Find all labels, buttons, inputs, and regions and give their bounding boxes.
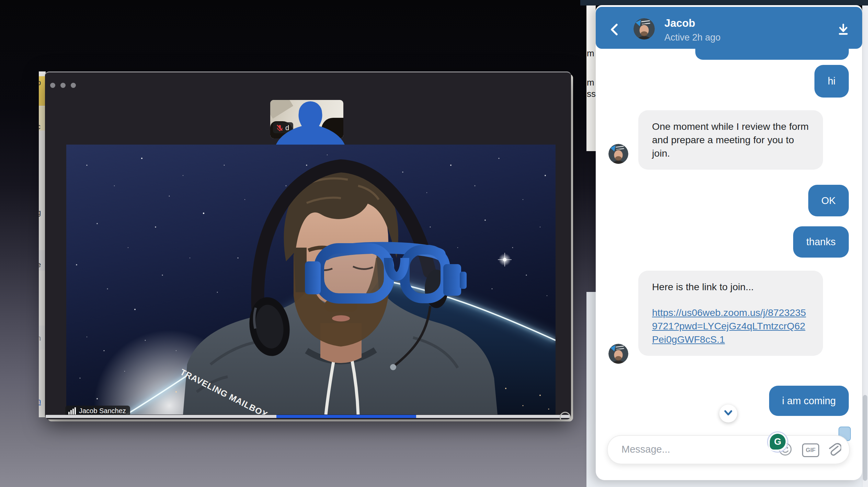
- gif-label: GIF: [806, 447, 815, 454]
- underlying-page-right-sliver: m m ss: [586, 5, 596, 151]
- message-text: i am coming: [782, 395, 836, 407]
- avatar: [608, 144, 628, 164]
- page-link-fragment[interactable]: n: [39, 397, 41, 406]
- page-text-fragment: ss: [587, 89, 596, 99]
- shoulder-silhouette: [321, 118, 343, 138]
- video-call-window: d: [45, 71, 571, 419]
- self-view-name-fragment: d: [285, 124, 289, 132]
- page-text-fragment: m: [587, 77, 594, 88]
- window-resize-nub[interactable]: [560, 412, 571, 419]
- message-input[interactable]: [621, 436, 753, 463]
- avatar: [608, 344, 628, 364]
- paperclip-icon[interactable]: [826, 441, 841, 458]
- back-button[interactable]: [607, 21, 622, 38]
- avatar: [633, 18, 655, 39]
- meeting-link[interactable]: https://us06web.zoom.us/j/87232359721?pw…: [652, 306, 809, 346]
- message-bubble-sent-partial: [695, 49, 849, 60]
- chat-header: Jacob Active 2h ago: [596, 7, 862, 49]
- grammarly-letter: G: [774, 437, 781, 447]
- scroll-to-bottom-button[interactable]: [719, 405, 737, 422]
- main-video-feed: TRAVELING MAILBOX: [66, 145, 556, 415]
- underlying-page-left-sliver: p c g e n n: [39, 71, 46, 417]
- page-text-fragment: e: [39, 260, 41, 269]
- chat-panel: Jacob Active 2h ago hi One moment while …: [596, 5, 862, 480]
- scrollbar-thumb[interactable]: [863, 395, 867, 481]
- page-text-fragment: g: [39, 208, 41, 217]
- grammarly-icon[interactable]: G: [770, 434, 786, 450]
- goggles-overlay-icon: [305, 248, 467, 299]
- contact-status: Active 2h ago: [664, 32, 721, 43]
- page-text-fragment: n: [39, 334, 41, 343]
- window-zoom-button[interactable]: [71, 83, 76, 88]
- participant-name: Jacob Sanchez: [79, 407, 126, 415]
- signal-bars-icon: [68, 408, 76, 415]
- chevron-left-icon: [608, 22, 620, 37]
- message-bubble-sent: i am coming: [769, 386, 849, 416]
- gif-button[interactable]: GIF: [802, 443, 819, 457]
- mic-slash-icon: [276, 124, 283, 132]
- chevron-down-icon: [722, 410, 734, 417]
- message-text: OK: [821, 195, 836, 206]
- message-text: Here is the link to join...: [652, 281, 754, 292]
- mic-tip: [390, 364, 396, 370]
- window-close-button[interactable]: [50, 83, 55, 88]
- contact-name: Jacob: [664, 17, 695, 30]
- page-text-fragment: p: [39, 78, 41, 87]
- message-text: One moment while I review the form and p…: [652, 121, 809, 159]
- window-minimize-button[interactable]: [60, 83, 66, 88]
- message-input-bar: G GIF: [607, 435, 850, 464]
- message-text: hi: [828, 76, 836, 87]
- message-bubble-sent: thanks: [793, 226, 849, 258]
- page-text-fragment: m: [587, 48, 594, 59]
- download-icon: [837, 23, 850, 36]
- message-text: thanks: [806, 236, 835, 248]
- message-bubble-sent: OK: [808, 185, 849, 216]
- download-transcript-button[interactable]: [835, 21, 851, 37]
- wall-shadow: [270, 100, 293, 118]
- mouth: [332, 315, 350, 321]
- message-bubble-sent: hi: [814, 65, 849, 98]
- message-bubble-received: Here is the link to join... https://us06…: [638, 271, 823, 356]
- message-bubble-received: One moment while I review the form and p…: [638, 110, 823, 170]
- page-text-fragment: c: [39, 122, 41, 131]
- browser-top-bar: [580, 0, 868, 5]
- progress-bar-fill: [276, 415, 416, 418]
- self-view-mute-label: d: [273, 122, 293, 133]
